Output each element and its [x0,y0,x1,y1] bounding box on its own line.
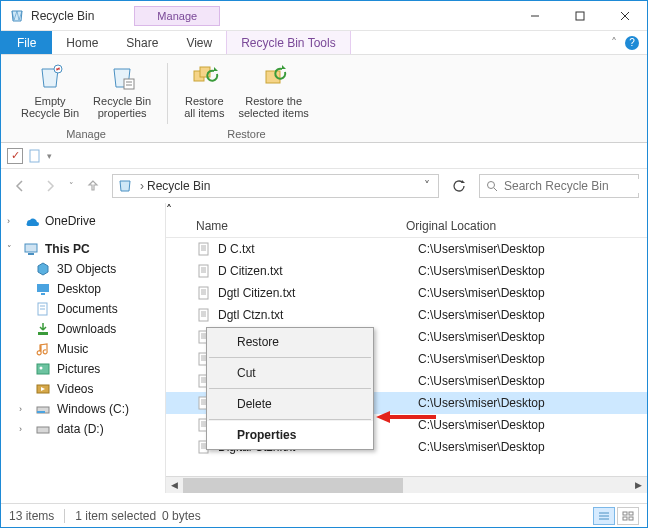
recycle-bin-icon [9,8,25,24]
cube-icon [35,261,51,277]
restore-selected-button[interactable]: Restore the selected items [233,59,315,121]
svg-rect-80 [629,512,633,515]
address-separator: › [137,179,147,193]
recycle-bin-properties-button[interactable]: Recycle Bin properties [87,59,157,121]
sort-indicator-icon: ˄ [166,203,647,217]
empty-bin-icon [34,61,66,93]
nav-videos[interactable]: Videos [5,379,161,399]
address-text: Recycle Bin [147,179,420,193]
tab-share[interactable]: Share [112,31,172,54]
file-location: C:\Users\miser\Desktop [418,264,545,278]
forward-button[interactable] [39,175,61,197]
nav-downloads[interactable]: Downloads [5,319,161,339]
close-button[interactable] [602,1,647,30]
text-file-icon [196,263,212,279]
svg-rect-82 [629,517,633,520]
back-button[interactable] [9,175,31,197]
svg-rect-20 [28,253,34,255]
nav-onedrive[interactable]: › OneDrive [5,211,161,231]
ribbon-group-label-manage: Manage [66,126,106,142]
svg-rect-81 [623,517,627,520]
file-location: C:\Users\miser\Desktop [418,242,545,256]
tab-recycle-bin-tools[interactable]: Recycle Bin Tools [226,31,351,54]
nav-music[interactable]: Music [5,339,161,359]
qat-dropdown-icon[interactable]: ▾ [47,151,52,161]
search-box[interactable] [479,174,639,198]
tab-home[interactable]: Home [52,31,112,54]
file-name: D C.txt [218,242,418,256]
address-dropdown-icon[interactable]: ˅ [420,179,434,193]
file-row[interactable]: D C.txtC:\Users\miser\Desktop [166,238,647,260]
svg-line-18 [494,188,497,191]
context-menu-restore[interactable]: Restore [207,328,373,356]
nav-documents[interactable]: Documents [5,299,161,319]
nav-this-pc[interactable]: ˅ This PC [5,239,161,259]
svg-marker-12 [214,67,218,71]
context-menu-cut[interactable]: Cut [207,359,373,387]
tab-view[interactable]: View [172,31,226,54]
status-item-count: 13 items [9,509,54,523]
column-header-location[interactable]: Original Location [406,219,647,233]
file-name: D Citizen.txt [218,264,418,278]
downloads-icon [35,321,51,337]
empty-recycle-bin-button[interactable]: Empty Recycle Bin [15,59,85,121]
nav-drive-d[interactable]: ›data (D:) [5,419,161,439]
scroll-left-icon[interactable]: ◀ [166,477,183,494]
ribbon-group-restore: Restore all items Restore the selected i… [172,59,321,142]
help-icon[interactable]: ? [625,36,639,50]
history-dropdown-icon[interactable]: ˅ [69,181,74,191]
restore-selected-icon [258,61,290,93]
svg-rect-15 [30,150,39,162]
file-row[interactable]: Dgtl Citizen.txtC:\Users\miser\Desktop [166,282,647,304]
maximize-button[interactable] [557,1,602,30]
scrollbar-thumb[interactable] [183,478,403,493]
file-row[interactable]: D Citizen.txtC:\Users\miser\Desktop [166,260,647,282]
menu-separator [209,419,371,420]
svg-point-17 [488,182,495,189]
ribbon-body: Empty Recycle Bin Recycle Bin properties… [1,55,647,143]
view-details-button[interactable] [593,507,615,525]
context-menu-properties[interactable]: Properties [207,421,373,449]
svg-rect-27 [37,364,49,374]
bin-properties-icon [106,61,138,93]
file-location: C:\Users\miser\Desktop [418,330,545,344]
column-header-name[interactable]: Name [166,219,406,233]
ribbon-group-label-restore: Restore [227,126,266,142]
annotation-arrow [376,409,436,425]
file-row[interactable]: Dgtl Ctzn.txtC:\Users\miser\Desktop [166,304,647,326]
drive-icon [35,401,51,417]
svg-point-28 [40,367,43,370]
context-menu-delete[interactable]: Delete [207,390,373,418]
nav-pictures[interactable]: Pictures [5,359,161,379]
file-name: Dgtl Ctzn.txt [218,308,418,322]
qat-document-icon[interactable] [27,148,43,164]
nav-row: ˅ › Recycle Bin ˅ [1,169,647,203]
documents-icon [35,301,51,317]
restore-all-button[interactable]: Restore all items [178,59,230,121]
address-bar[interactable]: › Recycle Bin ˅ [112,174,439,198]
view-icons-button[interactable] [617,507,639,525]
file-location: C:\Users\miser\Desktop [418,374,545,388]
svg-rect-46 [199,309,208,321]
svg-rect-79 [623,512,627,515]
chevron-right-icon: › [19,424,29,434]
qat-checkbox[interactable]: ✓ [7,148,23,164]
refresh-button[interactable] [447,174,471,198]
horizontal-scrollbar[interactable]: ◀ ▶ [166,476,647,493]
tab-file[interactable]: File [1,31,52,54]
scroll-right-icon[interactable]: ▶ [630,477,647,494]
nav-drive-c[interactable]: ›Windows (C:) [5,399,161,419]
minimize-button[interactable] [512,1,557,30]
nav-3d-objects[interactable]: 3D Objects [5,259,161,279]
svg-rect-26 [38,332,48,335]
file-location: C:\Users\miser\Desktop [418,308,545,322]
this-pc-icon [23,241,39,257]
up-button[interactable] [82,175,104,197]
videos-icon [35,381,51,397]
collapse-ribbon-icon[interactable]: ˄ [611,36,617,50]
search-input[interactable] [504,179,648,193]
drive-icon [35,421,51,437]
ribbon-group-manage: Empty Recycle Bin Recycle Bin properties… [9,59,163,142]
nav-desktop[interactable]: Desktop [5,279,161,299]
contextual-tab-label: Manage [134,6,220,26]
